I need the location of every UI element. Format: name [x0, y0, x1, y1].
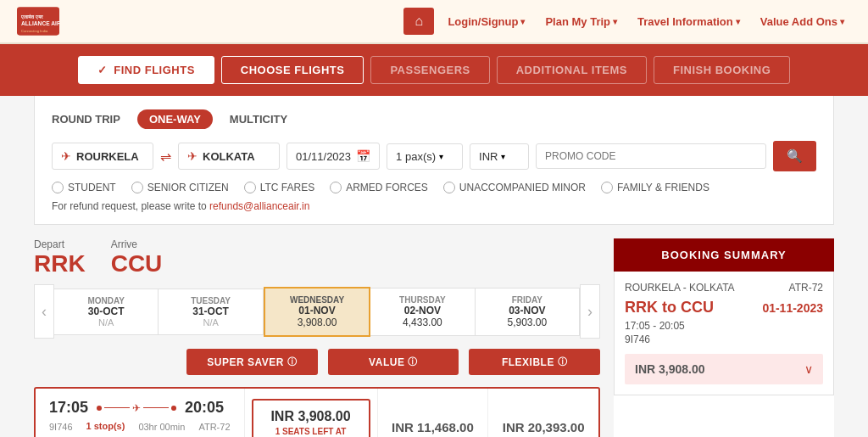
pax-caret: ▾: [439, 152, 443, 161]
nav-login-caret: ▾: [520, 17, 525, 26]
plane-icon: ✈: [132, 402, 141, 414]
step-find-flights[interactable]: ✓ FIND FLIGHTS: [78, 56, 214, 84]
depart-section: Depart RRK: [34, 238, 86, 277]
fare-family[interactable]: FAMILY & FRIENDS: [601, 182, 709, 193]
date-cell-1[interactable]: TUESDAY 31-OCT N/A: [159, 289, 263, 335]
date-field[interactable]: 01/11/2023 📅: [287, 143, 380, 170]
fare-senior[interactable]: SENIOR CITIZEN: [131, 182, 229, 193]
bs-price-row[interactable]: INR 3,908.00 ∨: [625, 354, 823, 384]
depart-dot: [97, 406, 102, 411]
date-cell-2[interactable]: WEDNESDAY 01-NOV 3,908.00: [264, 287, 370, 337]
step-check-icon: ✓: [97, 64, 108, 76]
main-content: Depart RRK Arrive CCU ‹ MONDAY 30-OCT N/…: [34, 238, 834, 437]
arrive-dot: [171, 406, 176, 411]
flight-results: Depart RRK Arrive CCU ‹ MONDAY 30-OCT N/…: [34, 238, 600, 437]
fare-price-super-saver[interactable]: INR 3,908.00 1 SEATS LEFT AT THIS PRICE: [245, 389, 377, 437]
fare-header-super-saver[interactable]: SUPER SAVER ⓘ: [186, 349, 318, 375]
fare-header-value[interactable]: VALUE ⓘ: [328, 349, 459, 375]
bs-chevron-icon: ∨: [804, 362, 813, 376]
refund-email-link[interactable]: refunds@allianceair.in: [209, 200, 309, 212]
fare-unaccompanied[interactable]: UNACCOMPANIED MINOR: [443, 182, 586, 193]
logo-icon: एलायंस एयर ALLIANCE AIR Connecting India: [17, 5, 59, 37]
search-fields: ✈ ROURKELA ⇌ ✈ KOLKATA 01/11/2023 📅 1 pa…: [52, 141, 816, 171]
search-button[interactable]: 🔍: [773, 141, 816, 171]
date-cell-0[interactable]: MONDAY 30-OCT N/A: [54, 289, 159, 335]
home-button[interactable]: ⌂: [403, 8, 434, 35]
bs-time-row: 17:05 - 20:05: [625, 320, 823, 332]
nav-travel-info[interactable]: Travel Information ▾: [631, 12, 747, 31]
nav-links: ⌂ Login/Signup ▾ Plan My Trip ▾ Travel I…: [403, 8, 851, 35]
calendar-icon: 📅: [356, 149, 370, 163]
step-passengers[interactable]: PASSENGERS: [370, 56, 489, 84]
currency-field[interactable]: INR ▾: [470, 143, 529, 170]
radio-senior: [131, 182, 143, 193]
svg-text:Connecting India: Connecting India: [21, 29, 48, 33]
value-info-icon: ⓘ: [408, 356, 418, 368]
fare-types: STUDENT SENIOR CITIZEN LTC FARES ARMED F…: [52, 182, 816, 193]
to-city-field[interactable]: ✈ KOLKATA: [178, 143, 280, 170]
promo-code-input[interactable]: [536, 143, 766, 169]
nav-plan[interactable]: Plan My Trip ▾: [538, 12, 624, 31]
radio-student: [52, 182, 64, 193]
trip-type-multicity[interactable]: MULTICITY: [230, 113, 287, 126]
nav-addons-caret: ▾: [840, 17, 844, 26]
home-icon: ⌂: [415, 14, 424, 29]
depart-arrive-header: Depart RRK Arrive CCU: [34, 238, 600, 277]
flight-route-line: ✈: [97, 402, 176, 414]
nav-plan-caret: ▾: [613, 17, 617, 26]
nav-value-addons[interactable]: Value Add Ons ▾: [754, 12, 851, 31]
fare-student[interactable]: STUDENT: [52, 182, 116, 193]
flight-row: 17:05 ✈ 20:05 9I746 1 stop(s) 03hr 00min…: [34, 387, 600, 437]
fare-ltc[interactable]: LTC FARES: [244, 182, 314, 193]
booking-summary: BOOKING SUMMARY ROURKELA - KOLKATA ATR-7…: [614, 238, 834, 437]
search-panel: ROUND TRIP ONE-WAY MULTICITY ✈ ROURKELA …: [34, 96, 834, 225]
saver-info-icon: ⓘ: [287, 356, 298, 368]
fare-selected-box[interactable]: INR 3,908.00 1 SEATS LEFT AT THIS PRICE: [252, 399, 370, 437]
header: एलायंस एयर ALLIANCE AIR Connecting India…: [0, 0, 868, 44]
radio-family: [601, 182, 613, 193]
nav-login[interactable]: Login/Signup ▾: [441, 12, 531, 31]
steps-bar: ✓ FIND FLIGHTS CHOOSE FLIGHTS PASSENGERS…: [0, 44, 868, 96]
carousel-next-button[interactable]: ›: [580, 284, 600, 339]
refund-note: For refund request, please write to refu…: [52, 200, 816, 212]
booking-summary-body: ROURKELA - KOLKATA ATR-72 RRK to CCU 01-…: [614, 272, 834, 395]
flight-time-row: 17:05 ✈ 20:05: [49, 399, 231, 417]
svg-text:एलायंस एयर: एलायंस एयर: [20, 14, 43, 20]
search-icon: 🔍: [787, 148, 803, 163]
arrive-section: Arrive CCU: [111, 238, 163, 277]
bs-flight-num: 9I746: [625, 333, 823, 345]
plane-from-icon: ✈: [61, 149, 71, 163]
date-cell-3[interactable]: THURSDAY 02-NOV 4,433.00: [370, 288, 475, 336]
step-additional-items[interactable]: ADDITIONAL ITEMS: [497, 56, 647, 84]
fare-armed[interactable]: ARMED FORCES: [330, 182, 428, 193]
flight-info: 17:05 ✈ 20:05 9I746 1 stop(s) 03hr 00min…: [36, 389, 245, 437]
route-line-2: [143, 407, 169, 408]
pax-field[interactable]: 1 pax(s) ▾: [387, 143, 463, 170]
swap-cities-button[interactable]: ⇌: [160, 148, 171, 165]
bs-code-row: RRK to CCU 01-11-2023: [625, 299, 823, 317]
fare-header-flexible[interactable]: FLEXIBLE ⓘ: [469, 349, 600, 375]
date-cell-4[interactable]: FRIDAY 03-NOV 5,903.00: [476, 288, 580, 336]
svg-text:ALLIANCE AIR: ALLIANCE AIR: [21, 20, 59, 26]
radio-ltc: [244, 182, 256, 193]
booking-summary-header: BOOKING SUMMARY: [614, 238, 834, 272]
fare-price-value[interactable]: INR 11,468.00: [377, 389, 488, 437]
plane-to-icon: ✈: [187, 149, 198, 163]
date-carousel: ‹ MONDAY 30-OCT N/A TUESDAY 31-OCT N/A W…: [34, 284, 600, 339]
logo-area: एलायंस एयर ALLIANCE AIR Connecting India: [17, 5, 59, 37]
fare-price-flexible[interactable]: INR 20,393.00: [487, 389, 598, 437]
trip-type-round[interactable]: ROUND TRIP: [52, 113, 120, 126]
trip-type-selector: ROUND TRIP ONE-WAY MULTICITY: [52, 109, 816, 129]
radio-unaccompanied: [443, 182, 455, 193]
step-choose-flights[interactable]: CHOOSE FLIGHTS: [221, 56, 364, 84]
flexible-info-icon: ⓘ: [558, 356, 568, 368]
radio-armed: [330, 182, 342, 193]
trip-type-oneway[interactable]: ONE-WAY: [137, 109, 213, 129]
carousel-prev-button[interactable]: ‹: [34, 284, 54, 339]
bs-route-row: ROURKELA - KOLKATA ATR-72: [625, 282, 823, 294]
from-city-field[interactable]: ✈ ROURKELA: [52, 143, 153, 170]
currency-caret: ▾: [501, 152, 505, 161]
step-finish-booking[interactable]: FINISH BOOKING: [654, 56, 790, 84]
fare-cards-header: SUPER SAVER ⓘ VALUE ⓘ FLEXIBLE ⓘ: [186, 349, 600, 375]
route-line: [104, 407, 130, 408]
